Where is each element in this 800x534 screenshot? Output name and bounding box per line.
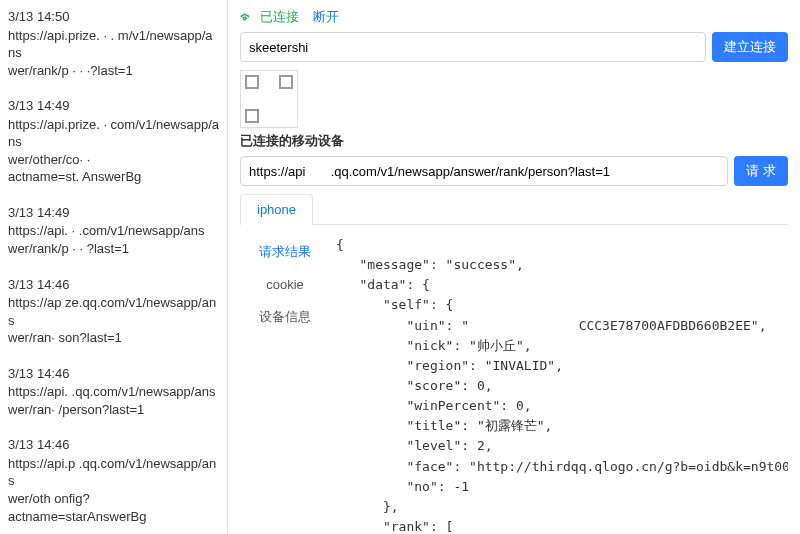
history-item[interactable]: 3/13 14:49https://api.prize. · com/v1/ne… [0, 93, 227, 200]
tab-iphone[interactable]: iphone [240, 194, 313, 225]
history-item[interactable]: 3/13 14:46https://api.p .qq.com/v1/newsa… [0, 432, 227, 534]
device-tabs: iphone [240, 194, 788, 225]
connect-button[interactable]: 建立连接 [712, 32, 788, 62]
connected-label: 已连接 [260, 8, 299, 26]
connection-status: ᯤ 已连接 断开 [240, 8, 788, 26]
nav-device[interactable]: 设备信息 [240, 300, 330, 334]
response-json: { "message": "success", "data": { "self"… [330, 235, 788, 534]
history-sidebar: 3/13 14:50https://api.prize. · . m/v1/ne… [0, 0, 228, 534]
disconnect-link[interactable]: 断开 [313, 8, 339, 26]
qr-code [240, 70, 298, 128]
history-item[interactable]: 3/13 14:49https://api. · .com/v1/newsapp… [0, 200, 227, 272]
history-item[interactable]: 3/13 14:46https://ap ze.qq.com/v1/newsap… [0, 272, 227, 361]
connect-input[interactable] [240, 32, 706, 62]
detail-nav: 请求结果 cookie 设备信息 [240, 235, 330, 534]
nav-result[interactable]: 请求结果 [240, 235, 330, 269]
nav-cookie[interactable]: cookie [240, 269, 330, 300]
history-item[interactable]: 3/13 14:50https://api.prize. · . m/v1/ne… [0, 4, 227, 93]
url-input[interactable] [240, 156, 728, 186]
history-item[interactable]: 3/13 14:46https://api. .qq.com/v1/newsap… [0, 361, 227, 433]
main-panel: ᯤ 已连接 断开 建立连接 已连接的移动设备 请 求 iphone 请求结果 c… [228, 0, 800, 534]
request-button[interactable]: 请 求 [734, 156, 788, 186]
wifi-icon: ᯤ [240, 9, 254, 25]
connected-devices-label: 已连接的移动设备 [240, 132, 788, 150]
